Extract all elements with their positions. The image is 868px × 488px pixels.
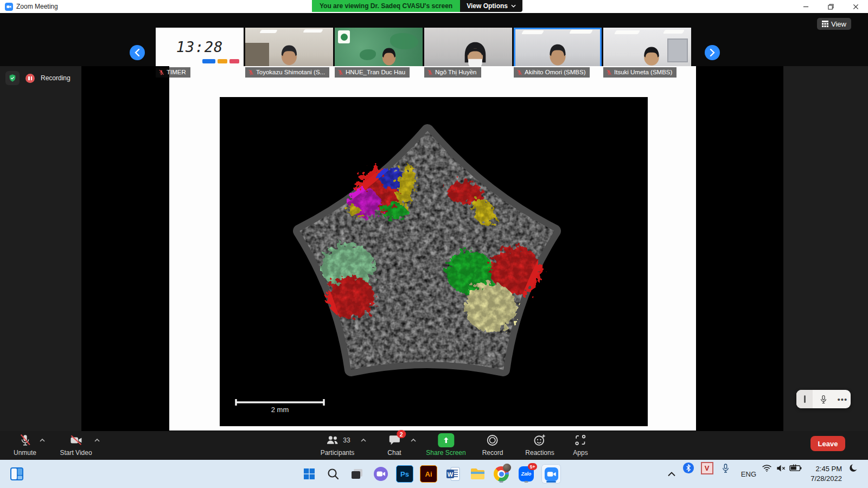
widgets-icon[interactable] bbox=[7, 464, 27, 484]
window-title: Zoom Meeting bbox=[16, 3, 58, 10]
leave-button[interactable]: Leave bbox=[810, 436, 845, 451]
participants-button[interactable]: 33 Participants bbox=[321, 433, 355, 457]
apps-button[interactable]: Apps bbox=[573, 433, 588, 457]
mic-options-caret[interactable] bbox=[40, 439, 45, 442]
video-tile-participant[interactable]: Toyokazu Shimotani (S... bbox=[245, 28, 333, 78]
chevron-left-icon bbox=[135, 49, 140, 56]
unmute-button[interactable]: Unmute bbox=[14, 433, 36, 457]
start-button[interactable] bbox=[299, 464, 319, 484]
zoom-app-icon bbox=[5, 3, 13, 11]
security-shield-icon[interactable] bbox=[5, 71, 20, 85]
prev-participants-arrow[interactable] bbox=[130, 45, 145, 60]
photoshop-icon[interactable]: Ps bbox=[395, 464, 414, 484]
tray-date: 7/28/2022 bbox=[810, 474, 842, 484]
muted-mic-icon bbox=[516, 69, 522, 75]
reactions-smiley-icon bbox=[533, 433, 547, 447]
participant-count: 33 bbox=[343, 436, 350, 444]
file-explorer-icon[interactable] bbox=[468, 464, 487, 484]
muted-mic-icon bbox=[427, 69, 433, 75]
task-view-icon[interactable] bbox=[347, 464, 367, 484]
nameplate: Akihito Omori (SMBS) bbox=[514, 67, 590, 78]
recording-icon[interactable] bbox=[25, 74, 35, 83]
presentation-slide: 2 mm bbox=[169, 66, 696, 431]
video-tile-participant-active[interactable]: Akihito Omori (SMBS) bbox=[514, 28, 602, 78]
tray-time: 2:45 PM bbox=[810, 464, 842, 474]
video-options-caret[interactable] bbox=[94, 439, 100, 442]
meeting-toolbar: Unmute Start Video 33 Participants 2 Cha… bbox=[0, 431, 868, 460]
apps-icon bbox=[574, 434, 586, 446]
illustrator-icon[interactable]: Ai bbox=[419, 464, 438, 484]
zoom-taskbar-icon[interactable] bbox=[541, 464, 561, 484]
nameplate: Itsuki Umeta (SMBS) bbox=[603, 67, 676, 78]
participants-options-caret[interactable] bbox=[361, 439, 366, 442]
tray-hidden-icons[interactable] bbox=[668, 460, 675, 488]
ceiling-light bbox=[569, 30, 593, 34]
nameplate: TIMER bbox=[156, 67, 190, 78]
svg-text:W: W bbox=[448, 471, 454, 478]
sea-star-svg: 2 mm bbox=[220, 97, 648, 426]
timer-button-red bbox=[229, 59, 239, 63]
video-call-app-icon[interactable] bbox=[371, 464, 391, 484]
participants-icon bbox=[324, 434, 340, 446]
chat-options-caret[interactable] bbox=[411, 439, 416, 442]
view-options-button[interactable]: View Options bbox=[460, 0, 522, 12]
zalo-notification-badge: 5+ bbox=[528, 463, 537, 470]
muted-mic-icon bbox=[248, 69, 254, 75]
muted-mic-icon bbox=[18, 433, 32, 447]
word-icon[interactable]: W bbox=[443, 464, 463, 484]
record-button[interactable]: Record bbox=[482, 433, 503, 457]
record-icon bbox=[486, 434, 499, 447]
chevron-right-icon bbox=[710, 49, 715, 56]
zalo-icon[interactable]: Zalo 5+ bbox=[516, 464, 536, 484]
next-participants-arrow[interactable] bbox=[705, 45, 720, 60]
share-screen-button[interactable]: Share Screen bbox=[426, 433, 465, 457]
timer-button-blue bbox=[202, 59, 215, 63]
chrome-icon[interactable] bbox=[492, 464, 511, 484]
voice-typing-toolbar[interactable]: ••• bbox=[796, 390, 851, 408]
nameplate: Toyokazu Shimotani (S... bbox=[245, 67, 329, 78]
muted-speaker-icon[interactable] bbox=[773, 460, 789, 476]
video-tile-participant[interactable]: HNUE_Tran Duc Hau bbox=[335, 28, 423, 78]
focus-assist-moon-icon[interactable] bbox=[845, 460, 861, 476]
timer-buttons bbox=[202, 59, 239, 63]
close-button[interactable] bbox=[843, 0, 868, 13]
muted-mic-icon bbox=[158, 69, 164, 75]
ceiling-light bbox=[303, 29, 323, 33]
meeting-background-right bbox=[783, 66, 868, 431]
banner-text: You are viewing Dr. Sadeq CVASU's screen bbox=[312, 0, 460, 12]
ceiling-light bbox=[521, 30, 544, 34]
profile-avatar bbox=[503, 464, 511, 472]
anniversary-logo bbox=[338, 30, 350, 43]
nameplate: Ngô Thị Huyền bbox=[424, 67, 481, 78]
muted-camera-icon bbox=[69, 434, 83, 447]
language-indicator[interactable]: ENG bbox=[741, 460, 756, 488]
clock-date[interactable]: 2:45 PM 7/28/2022 bbox=[810, 460, 842, 488]
dictation-mic-button[interactable] bbox=[813, 395, 834, 404]
muted-mic-icon bbox=[337, 69, 343, 75]
recording-indicator: Recording bbox=[5, 71, 71, 85]
minimize-button[interactable] bbox=[793, 0, 818, 13]
tray-mic-icon[interactable] bbox=[717, 460, 733, 476]
chat-button[interactable]: 2 Chat bbox=[387, 433, 401, 457]
mic-icon bbox=[820, 395, 827, 404]
more-options-icon[interactable]: ••• bbox=[834, 395, 851, 404]
windows-taskbar: Ps Ai W Zalo 5+ V bbox=[0, 460, 868, 488]
scale-bar-label: 2 mm bbox=[271, 406, 289, 414]
timer-clock: 13:28 bbox=[156, 38, 244, 55]
nameplate: HNUE_Tran Duc Hau bbox=[335, 67, 410, 78]
antivirus-v-icon[interactable]: V bbox=[699, 460, 715, 476]
reactions-button[interactable]: Reactions bbox=[525, 433, 554, 457]
view-button[interactable]: View bbox=[817, 18, 851, 30]
bluetooth-icon[interactable] bbox=[680, 460, 697, 476]
restore-button[interactable] bbox=[818, 0, 843, 13]
chat-unread-badge: 2 bbox=[397, 430, 406, 438]
shared-screen-view: 2 mm bbox=[81, 66, 783, 431]
text-cursor-handle[interactable] bbox=[796, 390, 813, 408]
search-icon[interactable] bbox=[323, 464, 343, 484]
grid-view-icon bbox=[822, 21, 828, 27]
sea-star-figure: 2 mm bbox=[220, 97, 648, 426]
start-video-button[interactable]: Start Video bbox=[60, 433, 92, 457]
screen-share-banner: You are viewing Dr. Sadeq CVASU's screen… bbox=[312, 0, 522, 12]
battery-icon[interactable] bbox=[788, 460, 804, 476]
chevron-down-icon bbox=[511, 4, 516, 8]
